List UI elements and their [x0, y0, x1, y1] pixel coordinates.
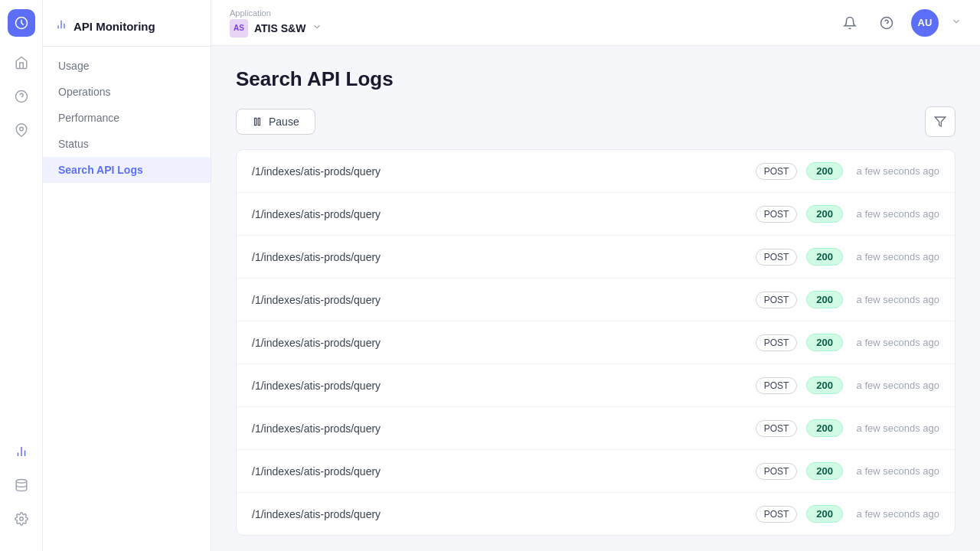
svg-rect-15	[258, 118, 260, 125]
chevron-down-icon	[312, 21, 322, 34]
main-area: Application AS ATIS S&W	[211, 0, 980, 551]
log-path: /1/indexes/atis-prods/query	[252, 208, 756, 220]
toolbar: Pause	[236, 106, 956, 137]
log-path: /1/indexes/atis-prods/query	[252, 422, 756, 435]
log-method: POST	[756, 334, 798, 351]
log-row[interactable]: /1/indexes/atis-prods/query POST 200 a f…	[237, 150, 955, 193]
home-icon[interactable]	[8, 49, 35, 77]
sidebar-nav: Usage Operations Performance Status Sear…	[43, 53, 211, 183]
log-method: POST	[756, 463, 798, 480]
log-method: POST	[756, 206, 798, 223]
sidebar-title: API Monitoring	[74, 20, 155, 33]
log-method: POST	[756, 377, 798, 394]
log-row[interactable]: /1/indexes/atis-prods/query POST 200 a f…	[237, 193, 955, 236]
log-path: /1/indexes/atis-prods/query	[252, 165, 756, 178]
pin-icon[interactable]	[8, 116, 35, 144]
content-area: Search API Logs Pause /1/indexes/atis-pr…	[211, 46, 980, 551]
app-selector-inner[interactable]: AS ATIS S&W	[230, 19, 322, 37]
log-status: 200	[806, 162, 843, 180]
log-path: /1/indexes/atis-prods/query	[252, 508, 756, 520]
svg-marker-16	[935, 117, 945, 126]
log-time: a few seconds ago	[855, 337, 939, 348]
log-status: 200	[806, 205, 843, 223]
user-menu-chevron-icon[interactable]	[951, 16, 962, 29]
log-time: a few seconds ago	[855, 465, 939, 477]
log-method: POST	[756, 292, 798, 308]
log-time: a few seconds ago	[855, 380, 939, 391]
log-row[interactable]: /1/indexes/atis-prods/query POST 200 a f…	[237, 321, 955, 364]
log-status: 200	[806, 248, 843, 266]
log-row[interactable]: /1/indexes/atis-prods/query POST 200 a f…	[237, 493, 955, 535]
sidebar-item-status[interactable]: Status	[43, 131, 211, 157]
log-path: /1/indexes/atis-prods/query	[252, 380, 756, 392]
log-list: /1/indexes/atis-prods/query POST 200 a f…	[236, 149, 956, 536]
log-row[interactable]: /1/indexes/atis-prods/query POST 200 a f…	[237, 364, 955, 407]
app-selector[interactable]: Application AS ATIS S&W	[230, 8, 322, 37]
log-status: 200	[806, 334, 843, 351]
app-avatar: AS	[230, 19, 248, 37]
svg-point-3	[19, 127, 23, 131]
api-monitoring-icon	[55, 18, 67, 34]
top-header: Application AS ATIS S&W	[211, 0, 980, 46]
log-status: 200	[806, 419, 843, 437]
notification-bell-button[interactable]	[838, 11, 862, 35]
log-row[interactable]: /1/indexes/atis-prods/query POST 200 a f…	[237, 407, 955, 450]
sidebar-item-usage[interactable]: Usage	[43, 53, 211, 79]
sidebar-header: API Monitoring	[43, 12, 211, 47]
search-circle-icon[interactable]	[8, 83, 35, 110]
database-icon[interactable]	[8, 471, 35, 499]
header-right: AU	[838, 9, 962, 37]
filter-button[interactable]	[925, 106, 956, 137]
help-button[interactable]	[874, 11, 899, 35]
log-status: 200	[806, 462, 843, 480]
log-method: POST	[756, 420, 798, 437]
settings-icon[interactable]	[8, 505, 35, 533]
page-title: Search API Logs	[236, 67, 956, 91]
svg-point-8	[19, 517, 23, 521]
logo-icon[interactable]	[8, 9, 35, 37]
sidebar-item-performance[interactable]: Performance	[43, 105, 211, 131]
app-name: ATIS S&W	[254, 22, 305, 34]
log-time: a few seconds ago	[855, 294, 939, 305]
log-time: a few seconds ago	[855, 208, 939, 220]
log-path: /1/indexes/atis-prods/query	[252, 337, 756, 349]
log-path: /1/indexes/atis-prods/query	[252, 294, 756, 306]
log-row[interactable]: /1/indexes/atis-prods/query POST 200 a f…	[237, 279, 955, 321]
user-avatar[interactable]: AU	[911, 9, 939, 37]
svg-point-7	[16, 480, 27, 484]
analytics-icon[interactable]	[8, 438, 35, 465]
svg-rect-14	[255, 118, 256, 125]
log-time: a few seconds ago	[855, 251, 939, 262]
log-time: a few seconds ago	[855, 165, 939, 177]
log-row[interactable]: /1/indexes/atis-prods/query POST 200 a f…	[237, 450, 955, 493]
sidebar-item-operations[interactable]: Operations	[43, 79, 211, 105]
log-status: 200	[806, 291, 843, 308]
log-method: POST	[756, 506, 798, 523]
icon-bar	[0, 0, 43, 551]
log-path: /1/indexes/atis-prods/query	[252, 251, 756, 263]
sidebar: API Monitoring Usage Operations Performa…	[43, 0, 211, 551]
log-status: 200	[806, 377, 843, 394]
log-method: POST	[756, 163, 798, 180]
log-method: POST	[756, 249, 798, 266]
log-row[interactable]: /1/indexes/atis-prods/query POST 200 a f…	[237, 236, 955, 279]
sidebar-item-search-api-logs[interactable]: Search API Logs	[43, 157, 211, 183]
log-status: 200	[806, 505, 843, 523]
pause-button[interactable]: Pause	[236, 109, 315, 135]
log-path: /1/indexes/atis-prods/query	[252, 465, 756, 478]
log-time: a few seconds ago	[855, 422, 939, 434]
log-time: a few seconds ago	[855, 508, 939, 520]
app-label: Application	[230, 8, 322, 18]
pause-label: Pause	[269, 116, 299, 128]
